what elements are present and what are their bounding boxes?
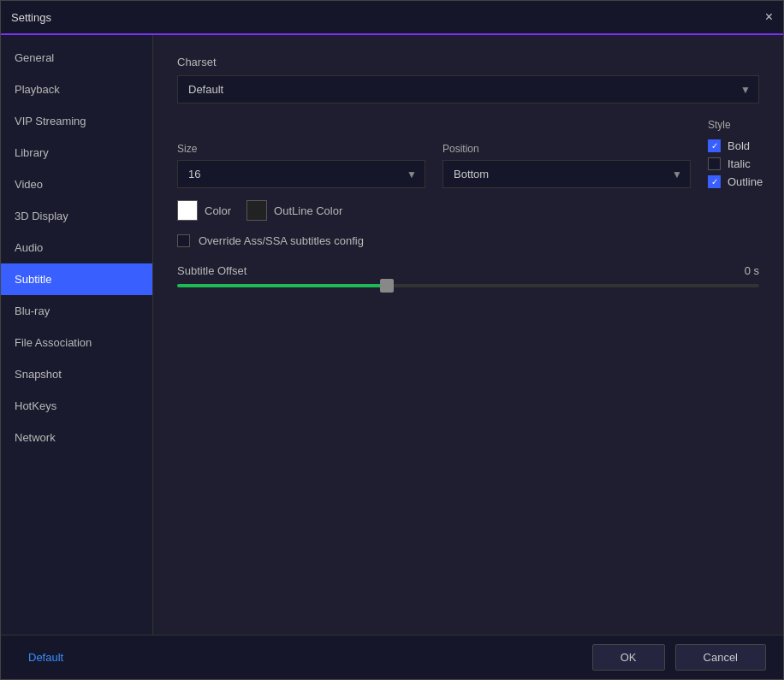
italic-label: Italic — [728, 157, 751, 170]
close-button[interactable]: × — [765, 10, 773, 24]
default-button[interactable]: Default — [18, 646, 74, 669]
charset-label: Charset — [177, 56, 759, 68]
italic-check-item: Italic — [708, 157, 763, 170]
footer: Default OK Cancel — [1, 635, 783, 679]
bold-check-item: Bold — [708, 139, 763, 152]
position-select-wrapper: Bottom ▼ — [442, 160, 691, 188]
sidebar-item-3d-display[interactable]: 3D Display — [1, 200, 152, 232]
italic-checkbox[interactable] — [708, 157, 721, 170]
size-col: Size 16 ▼ — [177, 143, 425, 188]
settings-dialog: Settings × General Playback VIP Streamin… — [0, 0, 784, 680]
size-label: Size — [177, 143, 425, 155]
sidebar-item-blu-ray[interactable]: Blu-ray — [1, 295, 152, 327]
title-bar: Settings × — [1, 1, 783, 35]
offset-slider-track[interactable] — [177, 284, 759, 287]
sidebar-item-playback[interactable]: Playback — [1, 74, 152, 105]
body-area: General Playback VIP Streaming Library V… — [1, 35, 783, 635]
offset-slider-thumb[interactable] — [380, 279, 394, 293]
outline-color-item[interactable]: OutLine Color — [246, 200, 342, 221]
charset-select-wrapper: Default ▼ — [177, 75, 759, 103]
cancel-button[interactable]: Cancel — [675, 644, 766, 671]
sidebar-item-file-association[interactable]: File Association — [1, 327, 152, 358]
style-checks: Bold Italic Outline — [708, 136, 763, 188]
sidebar-item-general[interactable]: General — [1, 42, 152, 74]
offset-section: Subtitle Offset 0 s — [177, 264, 759, 287]
charset-select[interactable]: Default — [177, 75, 759, 103]
position-label: Position — [442, 143, 691, 155]
sidebar-item-network[interactable]: Network — [1, 422, 152, 453]
outline-color-swatch — [246, 200, 267, 221]
offset-value: 0 s — [745, 264, 759, 277]
style-col: Style Bold Italic Outline — [708, 119, 763, 188]
color-swatch — [177, 200, 198, 221]
position-col: Position Bottom ▼ — [442, 143, 691, 188]
content-area: Charset Default ▼ Size 16 ▼ — [153, 35, 783, 635]
sidebar-item-subtitle[interactable]: Subtitle — [1, 263, 152, 295]
sidebar-item-vip-streaming[interactable]: VIP Streaming — [1, 105, 152, 137]
offset-header: Subtitle Offset 0 s — [177, 264, 759, 277]
sidebar-item-snapshot[interactable]: Snapshot — [1, 358, 152, 390]
color-label: Color — [205, 204, 231, 217]
outline-color-label: OutLine Color — [274, 204, 342, 217]
dialog-title: Settings — [11, 11, 51, 24]
sidebar: General Playback VIP Streaming Library V… — [1, 35, 153, 635]
outline-checkbox[interactable] — [708, 175, 721, 188]
color-row: Color OutLine Color — [177, 200, 759, 221]
offset-slider-fill — [177, 284, 387, 287]
sidebar-item-audio[interactable]: Audio — [1, 232, 152, 263]
outline-check-item: Outline — [708, 175, 763, 188]
offset-label: Subtitle Offset — [177, 264, 246, 277]
override-checkbox[interactable] — [177, 234, 190, 247]
sidebar-item-video[interactable]: Video — [1, 169, 152, 200]
color-item[interactable]: Color — [177, 200, 231, 221]
sidebar-item-library[interactable]: Library — [1, 137, 152, 169]
bold-checkbox[interactable] — [708, 139, 721, 152]
bold-label: Bold — [728, 139, 750, 152]
override-row: Override Ass/SSA subtitles config — [177, 234, 759, 247]
position-select[interactable]: Bottom — [442, 160, 691, 188]
style-label: Style — [708, 119, 763, 131]
size-select-wrapper: 16 ▼ — [177, 160, 425, 188]
outline-label: Outline — [728, 175, 763, 188]
override-label: Override Ass/SSA subtitles config — [199, 234, 364, 247]
size-select[interactable]: 16 — [177, 160, 425, 188]
size-position-style-row: Size 16 ▼ Position Bottom ▼ — [177, 119, 759, 188]
ok-button[interactable]: OK — [592, 644, 665, 671]
footer-right: OK Cancel — [592, 644, 766, 671]
sidebar-item-hotkeys[interactable]: HotKeys — [1, 390, 152, 422]
